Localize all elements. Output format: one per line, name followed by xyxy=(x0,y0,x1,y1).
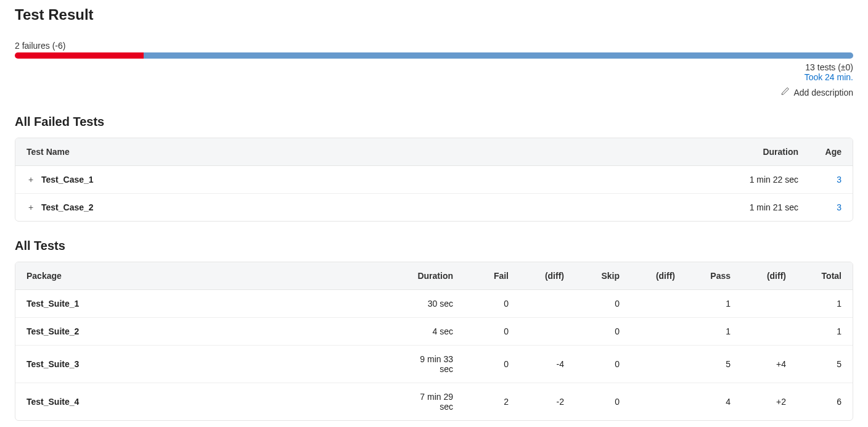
suite-skip-diff xyxy=(631,318,686,346)
failed-test-row: +Test_Case_21 min 21 sec3 xyxy=(15,194,853,222)
took-link[interactable]: Took 24 min. xyxy=(15,72,853,82)
package-name[interactable]: Test_Suite_3 xyxy=(27,359,79,369)
failures-label: 2 failures (-6) xyxy=(15,41,853,51)
suite-fail: 2 xyxy=(464,383,520,421)
col-pass-diff[interactable]: (diff) xyxy=(742,262,797,290)
suite-fail: 0 xyxy=(464,290,520,318)
test-suite-row: Test_Suite_47 min 29 sec2-204+26 xyxy=(15,383,853,421)
all-tests-heading: All Tests xyxy=(15,239,853,253)
suite-pass: 5 xyxy=(686,346,742,383)
suite-skip: 0 xyxy=(575,346,631,383)
all-tests-table: Package Duration Fail (diff) Skip (diff)… xyxy=(15,262,853,420)
pencil-icon xyxy=(781,87,790,97)
suite-duration: 9 min 33 sec xyxy=(406,346,464,383)
col-age[interactable]: Age xyxy=(809,138,853,166)
suite-pass-diff xyxy=(742,318,797,346)
suite-duration: 30 sec xyxy=(406,290,464,318)
col-duration[interactable]: Duration xyxy=(735,138,809,166)
add-description-button[interactable]: Add description xyxy=(781,87,853,97)
progress-bar xyxy=(15,52,853,59)
suite-total: 6 xyxy=(797,383,853,421)
col-fail-diff[interactable]: (diff) xyxy=(520,262,575,290)
suite-skip: 0 xyxy=(575,318,631,346)
suite-skip: 0 xyxy=(575,383,631,421)
test-suite-row: Test_Suite_39 min 33 sec0-405+45 xyxy=(15,346,853,383)
suite-fail: 0 xyxy=(464,346,520,383)
test-age-link[interactable]: 3 xyxy=(837,202,841,212)
suite-total: 5 xyxy=(797,346,853,383)
suite-pass: 1 xyxy=(686,290,742,318)
test-duration: 1 min 22 sec xyxy=(735,166,809,194)
failed-tests-table: Test Name Duration Age +Test_Case_11 min… xyxy=(15,138,853,221)
suite-total: 1 xyxy=(797,290,853,318)
suite-skip-diff xyxy=(631,290,686,318)
expand-icon[interactable]: + xyxy=(27,175,35,184)
col-skip-diff[interactable]: (diff) xyxy=(631,262,686,290)
suite-duration: 7 min 29 sec xyxy=(406,383,464,421)
progress-bar-pass xyxy=(144,52,853,59)
col-total[interactable]: Total xyxy=(797,262,853,290)
suite-fail-diff: -2 xyxy=(520,383,575,421)
package-name[interactable]: Test_Suite_1 xyxy=(27,299,79,309)
page-title: Test Result xyxy=(15,6,853,23)
suite-fail: 0 xyxy=(464,318,520,346)
col-test-name[interactable]: Test Name xyxy=(15,138,735,166)
suite-skip-diff xyxy=(631,383,686,421)
failed-test-row: +Test_Case_11 min 22 sec3 xyxy=(15,166,853,194)
suite-skip: 0 xyxy=(575,290,631,318)
suite-pass-diff: +2 xyxy=(742,383,797,421)
suite-fail-diff xyxy=(520,318,575,346)
col-pass[interactable]: Pass xyxy=(686,262,742,290)
tests-count-label: 13 tests (±0) xyxy=(15,62,853,72)
col-fail[interactable]: Fail xyxy=(464,262,520,290)
test-age-link[interactable]: 3 xyxy=(837,175,841,184)
suite-skip-diff xyxy=(631,346,686,383)
package-name[interactable]: Test_Suite_2 xyxy=(27,326,79,336)
suite-fail-diff xyxy=(520,290,575,318)
expand-icon[interactable]: + xyxy=(27,202,35,212)
test-duration: 1 min 21 sec xyxy=(735,194,809,222)
package-name[interactable]: Test_Suite_4 xyxy=(27,397,79,407)
suite-total: 1 xyxy=(797,318,853,346)
test-name[interactable]: Test_Case_2 xyxy=(41,202,94,212)
suite-duration: 4 sec xyxy=(406,318,464,346)
progress-bar-fail xyxy=(15,52,144,59)
col-package[interactable]: Package xyxy=(15,262,406,290)
add-description-label: Add description xyxy=(793,88,853,97)
test-suite-row: Test_Suite_24 sec0011 xyxy=(15,318,853,346)
suite-fail-diff: -4 xyxy=(520,346,575,383)
suite-pass-diff xyxy=(742,290,797,318)
col-skip[interactable]: Skip xyxy=(575,262,631,290)
suite-pass: 1 xyxy=(686,318,742,346)
test-name[interactable]: Test_Case_1 xyxy=(41,175,94,184)
suite-pass: 4 xyxy=(686,383,742,421)
test-suite-row: Test_Suite_130 sec0011 xyxy=(15,290,853,318)
col-all-duration[interactable]: Duration xyxy=(406,262,464,290)
failed-tests-heading: All Failed Tests xyxy=(15,115,853,129)
suite-pass-diff: +4 xyxy=(742,346,797,383)
